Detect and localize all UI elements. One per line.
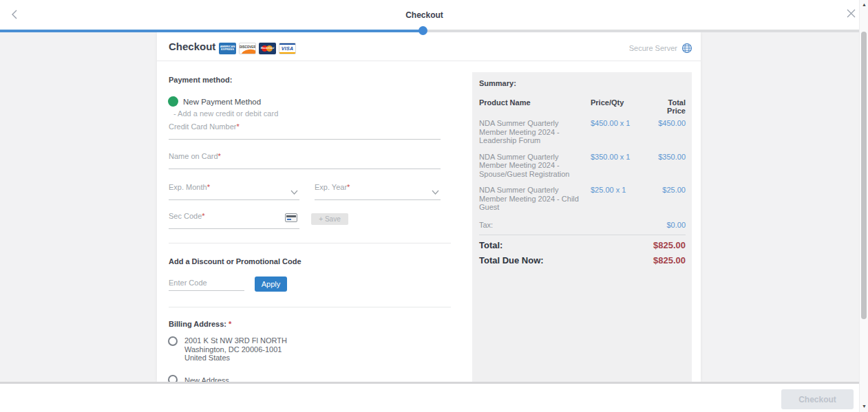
address-line: New Address [184, 376, 229, 382]
required-asterisk: * [218, 152, 221, 160]
tax-row: Tax: $0.00 [479, 221, 686, 229]
secure-server-label: Secure Server [629, 44, 677, 52]
mastercard-icon: MasterCard [259, 43, 276, 54]
total-due-row: Total Due Now: $825.00 [479, 255, 686, 265]
new-payment-method-radio[interactable] [168, 96, 178, 107]
new-address-radio[interactable] [168, 375, 178, 382]
close-button[interactable] [845, 8, 857, 21]
required-asterisk: * [236, 122, 239, 131]
checkout-heading: Checkout [169, 41, 215, 52]
page-title: Checkout [0, 10, 849, 20]
required-asterisk: * [207, 183, 210, 191]
discover-icon: DISCOVER [239, 43, 256, 54]
sec-code-label: Sec Code [169, 212, 202, 220]
save-card-button[interactable]: + Save [311, 213, 348, 225]
sec-code-input[interactable]: Sec Code* [169, 208, 299, 229]
progress-dot [419, 26, 427, 35]
top-bar: Checkout [0, 0, 868, 30]
total-label: Total: [479, 240, 502, 250]
tax-value: $0.00 [666, 221, 686, 229]
section-divider [169, 243, 451, 243]
apply-button[interactable]: Apply [255, 277, 287, 292]
required-asterisk: * [347, 183, 350, 191]
summary-table: Product Name Price/Qty Total Price NDA S… [479, 98, 686, 219]
credit-card-icon [285, 213, 297, 222]
exp-year-label: Exp. Year [315, 183, 347, 191]
new-payment-method-subnote: - Add a new credit or debit card [173, 109, 278, 118]
checkout-card: Checkout AMERICAN EXPRESS DISCOVER Maste… [157, 32, 701, 382]
summary-divider [479, 235, 686, 235]
name-on-card-input[interactable]: Name on Card* [169, 149, 441, 169]
product-price-qty: $450.00 x 1 [591, 119, 647, 153]
billing-address-heading: Billing Address: * [169, 320, 231, 328]
scroll-down-arrow[interactable]: ▼ [860, 402, 868, 411]
visa-icon: VISA [279, 43, 296, 54]
product-total: $450.00 [650, 119, 686, 153]
amex-icon: AMERICAN EXPRESS [219, 43, 236, 54]
checkout-button[interactable]: Checkout [781, 389, 854, 409]
header-divider [157, 61, 701, 61]
product-name: NDA Summer Quarterly Member Meeting 2024… [479, 186, 588, 219]
globe-icon [681, 43, 692, 54]
column-header: Product Name [479, 98, 588, 115]
bottom-bar: Checkout [0, 384, 868, 412]
total-row: Total: $825.00 [479, 240, 686, 250]
summary-heading: Summary: [479, 79, 686, 87]
required-asterisk: * [202, 212, 204, 220]
product-price-qty: $25.00 x 1 [591, 186, 647, 219]
total-value: $825.00 [653, 240, 686, 250]
exp-year-select[interactable]: Exp. Year* [315, 180, 441, 200]
total-due-value: $825.00 [653, 255, 686, 265]
card-number-label: Credit Card Number [169, 122, 236, 131]
discount-code-input[interactable] [169, 274, 244, 291]
address-line: United States [184, 354, 287, 362]
product-name: NDA Summer Quarterly Member Meeting 2024… [479, 119, 588, 153]
address-line: 2001 K St NW 3RD Fl NORTH [184, 336, 287, 345]
discount-heading: Add a Discount or Promotional Code [169, 257, 301, 265]
order-summary-panel: Summary: Product Name Price/Qty Total Pr… [472, 72, 692, 382]
new-address-option: New Address [184, 376, 229, 382]
vertical-scrollbar[interactable]: ▲ ▼ [859, 0, 868, 412]
secure-server-badge: Secure Server [629, 43, 692, 54]
column-header: Price/Qty [591, 98, 647, 115]
product-price-qty: $350.00 x 1 [591, 153, 647, 186]
card-number-input[interactable]: Credit Card Number* [169, 119, 441, 140]
new-payment-method-label: New Payment Method [183, 98, 261, 106]
exp-month-label: Exp. Month [169, 183, 207, 191]
chevron-down-icon [432, 190, 439, 195]
billing-address-radio[interactable] [168, 336, 178, 346]
address-line: Washington, DC 20006-1001 [184, 345, 287, 354]
product-total: $25.00 [650, 186, 686, 219]
tax-label: Tax: [479, 221, 493, 229]
product-total: $350.00 [650, 153, 686, 186]
scroll-up-arrow[interactable]: ▲ [860, 1, 868, 9]
payment-method-label: Payment method: [169, 76, 232, 84]
product-name: NDA Summer Quarterly Member Meeting 2024… [479, 153, 588, 186]
column-header: Total Price [650, 98, 686, 115]
name-on-card-label: Name on Card [169, 152, 218, 160]
billing-address-option: 2001 K St NW 3RD Fl NORTH Washington, DC… [184, 336, 287, 362]
close-icon [846, 8, 856, 19]
accepted-cards: AMERICAN EXPRESS DISCOVER MasterCard VIS… [219, 43, 296, 54]
total-due-label: Total Due Now: [479, 255, 544, 265]
chevron-down-icon [290, 190, 298, 195]
scrollbar-thumb[interactable] [861, 32, 867, 319]
section-divider [169, 307, 451, 307]
required-asterisk: * [229, 320, 231, 328]
checkout-scroll-region: Checkout AMERICAN EXPRESS DISCOVER Maste… [0, 32, 868, 382]
exp-month-select[interactable]: Exp. Month* [169, 180, 299, 200]
